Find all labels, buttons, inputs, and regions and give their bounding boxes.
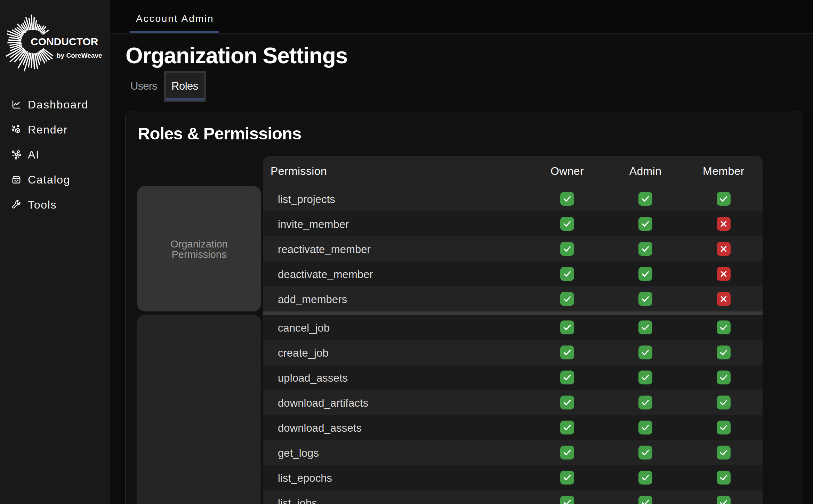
svg-text:CONDUCTOR: CONDUCTOR bbox=[31, 36, 98, 47]
svg-text:by CoreWeave: by CoreWeave bbox=[57, 52, 102, 59]
